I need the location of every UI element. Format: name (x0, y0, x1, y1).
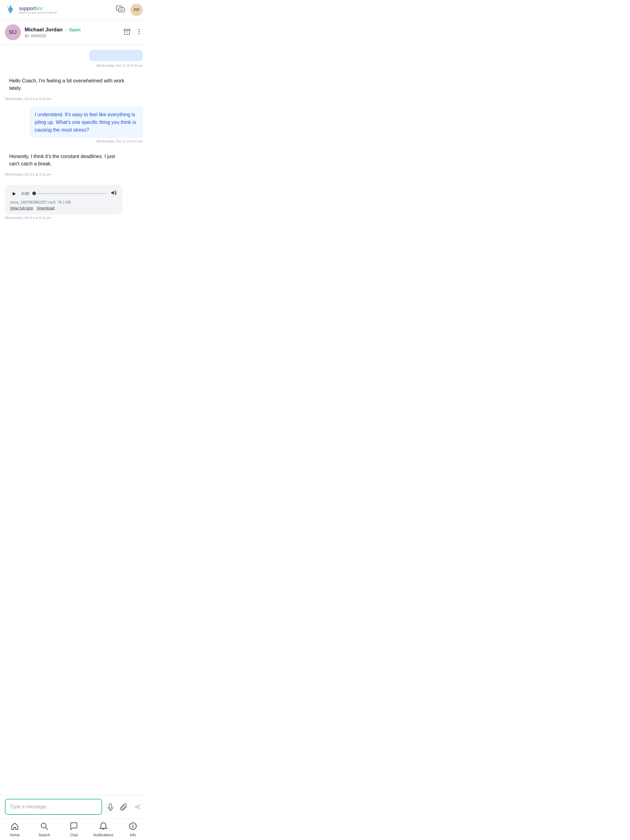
app-header: supportlinc EMPLOYEE ASSISTANCE PP (0, 0, 148, 20)
nav-item-info[interactable]: Info (118, 819, 148, 840)
archive-button[interactable] (123, 28, 131, 37)
message-truncated (5, 50, 143, 61)
logo-area: supportlinc EMPLOYEE ASSISTANCE (5, 4, 57, 15)
msg-timestamp-4: Wednesday, Oct 11 at 9:11 pm (5, 216, 143, 219)
truncated-bubble (89, 50, 143, 61)
contact-avatar: MJ (5, 24, 21, 40)
progress-dot (32, 191, 36, 195)
user-message-2: Honestly, I think it's the constant dead… (5, 149, 143, 181)
message-input[interactable] (5, 799, 102, 815)
logo-subtitle: EMPLOYEE ASSISTANCE (19, 11, 57, 14)
msg-timestamp-2: Wednesday, Oct 11 at 9:11 pm (96, 139, 143, 143)
svg-point-16 (133, 824, 133, 825)
microphone-button[interactable] (105, 802, 116, 812)
audio-controls: ▶ 0:00 (10, 189, 117, 198)
view-fullsize-link[interactable]: View full-size (10, 206, 33, 210)
home-icon (11, 822, 19, 832)
conversation-header: MJ Michael Jordan | Open ID: #000025 (0, 20, 148, 45)
user-avatar[interactable]: PP (130, 4, 143, 16)
header-divider: | (65, 27, 66, 33)
audio-filename: voice_1697083882257.mp3 76.2 KB (10, 200, 117, 204)
search-icon (40, 822, 49, 832)
audio-links: View full-size Download (10, 206, 117, 210)
brand-name: supportlinc EMPLOYEE ASSISTANCE (19, 6, 57, 14)
conv-info: Michael Jordan | Open ID: #000025 (25, 27, 81, 38)
logo-linc: linc (35, 6, 43, 11)
nav-item-notifications[interactable]: Notifications (89, 819, 118, 840)
msg-timestamp-0: Wednesday, Oct 11 at 9:10 pm (5, 64, 143, 67)
nav-item-search[interactable]: Search (30, 819, 59, 840)
nav-label-home: Home (10, 833, 20, 837)
nav-item-chat[interactable]: Chat (59, 819, 89, 840)
volume-icon[interactable] (111, 189, 117, 198)
download-link[interactable]: Download (37, 206, 55, 210)
play-button[interactable]: ▶ (10, 189, 19, 198)
nav-label-chat: Chat (70, 833, 78, 837)
audio-time: 0:00 (22, 191, 29, 196)
svg-point-7 (138, 31, 140, 32)
audio-progress-bar[interactable] (32, 191, 107, 195)
svg-rect-9 (109, 804, 112, 808)
nav-label-search: Search (38, 833, 50, 837)
audio-message: ▶ 0:00 voice_1697083882257.mp3 76.2 KB (5, 182, 143, 224)
conv-header-left: MJ Michael Jordan | Open ID: #000025 (5, 24, 81, 40)
user-message-1: Hello Coach, I'm feeling a bit overwhelm… (5, 74, 143, 106)
brand-logo-icon (5, 4, 16, 15)
info-icon (128, 822, 137, 832)
svg-point-8 (138, 33, 140, 35)
contact-name: Michael Jordan (25, 27, 63, 33)
svg-rect-1 (119, 8, 124, 12)
progress-track (37, 193, 107, 194)
more-options-button[interactable] (135, 28, 143, 36)
send-button[interactable] (132, 802, 143, 812)
nav-item-home[interactable]: Home (0, 819, 30, 840)
logo-support: support (19, 6, 35, 11)
chat-icon (70, 822, 78, 832)
chat-bubble-icon[interactable] (116, 4, 125, 15)
bottom-navigation: Home Search Chat Notifications (0, 818, 148, 840)
svg-point-6 (138, 29, 140, 30)
svg-rect-4 (124, 29, 130, 30)
nav-label-notifications: Notifications (93, 833, 113, 837)
audio-player: ▶ 0:00 voice_1697083882257.mp3 76.2 KB (5, 185, 122, 215)
conversation-id: ID: #000025 (25, 33, 81, 38)
coach-message-1: I understand. It's easy to feel like eve… (5, 107, 143, 148)
user-bubble-1: Hello Coach, I'm feeling a bit overwhelm… (5, 74, 129, 96)
bell-icon (99, 822, 108, 832)
conv-header-actions (123, 28, 143, 37)
nav-label-info: Info (130, 833, 136, 837)
msg-timestamp-1: Wednesday, Oct 11 at 9:10 pm (5, 97, 143, 101)
attach-button[interactable] (119, 802, 129, 812)
svg-line-13 (46, 827, 47, 829)
coach-bubble-1: I understand. It's easy to feel like eve… (30, 107, 143, 138)
user-bubble-2: Honestly, I think it's the constant dead… (5, 149, 129, 171)
conversation-status: Open (69, 27, 81, 32)
message-input-area (0, 795, 148, 818)
messages-area: Wednesday, Oct 11 at 9:10 pm Hello Coach… (0, 45, 148, 840)
msg-timestamp-3: Wednesday, Oct 11 at 9:11 pm (5, 172, 143, 176)
